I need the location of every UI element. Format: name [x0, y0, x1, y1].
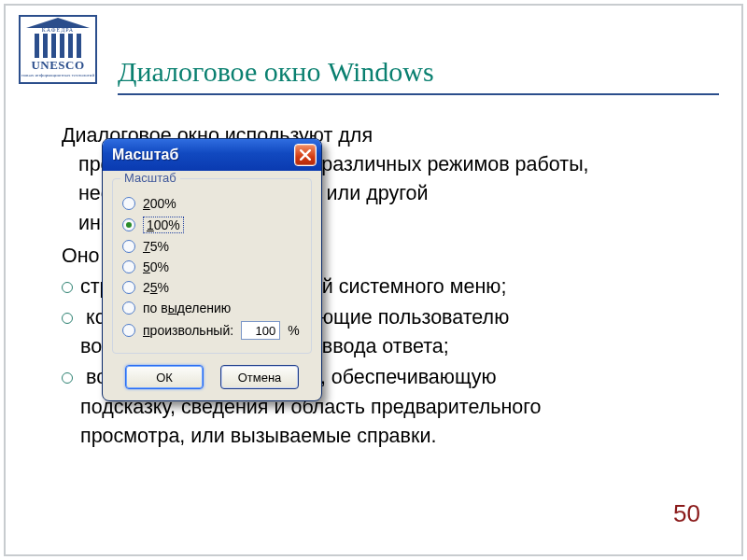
page-number: 50: [673, 499, 700, 528]
radio-option-25[interactable]: 25%: [122, 280, 302, 295]
radio-icon: [122, 240, 135, 253]
radio-icon: [122, 218, 135, 231]
radio-icon: [122, 324, 135, 337]
groupbox-legend: Масштаб: [120, 171, 180, 185]
radio-icon: [122, 301, 135, 315]
radio-option-fit[interactable]: по выделению: [122, 301, 302, 315]
close-icon: [300, 149, 311, 161]
radio-option-100[interactable]: 100%: [122, 217, 302, 233]
dialog-title: Масштаб: [112, 147, 294, 163]
radio-option-50[interactable]: 50%: [122, 259, 302, 274]
radio-option-75[interactable]: 75%: [122, 239, 302, 254]
radio-icon: [122, 281, 135, 294]
custom-zoom-input[interactable]: 100: [241, 321, 280, 340]
zoom-dialog: Масштаб Масштаб 200% 100% 75%: [102, 138, 322, 401]
radio-option-custom[interactable]: произвольный: 100 %: [122, 321, 302, 340]
cancel-button[interactable]: Отмена: [220, 365, 299, 389]
unesco-logo: КАФЕДРА UNESCO новых информационных техн…: [19, 15, 97, 84]
percent-label: %: [288, 323, 299, 338]
radio-icon: [122, 197, 135, 210]
radio-icon: [122, 260, 135, 273]
ok-button[interactable]: ОК: [125, 365, 204, 389]
radio-option-200[interactable]: 200%: [122, 196, 302, 211]
slide-title: Диалоговое окно Windows: [118, 56, 719, 95]
zoom-groupbox: Масштаб 200% 100% 75% 50% 25%: [112, 178, 312, 354]
close-button[interactable]: [294, 144, 317, 166]
dialog-titlebar[interactable]: Масштаб: [103, 139, 321, 171]
